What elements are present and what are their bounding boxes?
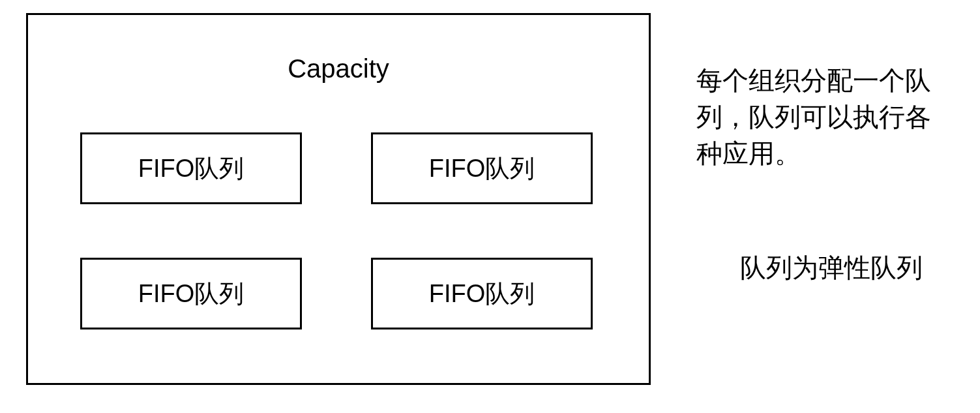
fifo-queue-box: FIFO队列 bbox=[371, 132, 593, 204]
fifo-queue-box: FIFO队列 bbox=[371, 258, 593, 329]
capacity-box: Capacity FIFO队列 FIFO队列 FIFO队列 FIFO队列 bbox=[26, 13, 651, 385]
queue-label: FIFO队列 bbox=[429, 152, 535, 185]
description-text-1: 每个组织分配一个队列，队列可以执行各种应用。 bbox=[696, 62, 954, 172]
queue-label: FIFO队列 bbox=[429, 277, 535, 311]
queue-grid: FIFO队列 FIFO队列 FIFO队列 FIFO队列 bbox=[28, 67, 649, 383]
fifo-queue-box: FIFO队列 bbox=[80, 258, 302, 329]
description-area: 每个组织分配一个队列，队列可以执行各种应用。 队列为弹性队列 bbox=[683, 13, 954, 400]
queue-label: FIFO队列 bbox=[138, 277, 245, 311]
capacity-title: Capacity bbox=[28, 54, 649, 84]
description-text-2: 队列为弹性队列 bbox=[696, 250, 954, 286]
fifo-queue-box: FIFO队列 bbox=[80, 132, 302, 204]
queue-label: FIFO队列 bbox=[138, 152, 245, 185]
diagram-container: Capacity FIFO队列 FIFO队列 FIFO队列 FIFO队列 每个组… bbox=[0, 0, 980, 413]
